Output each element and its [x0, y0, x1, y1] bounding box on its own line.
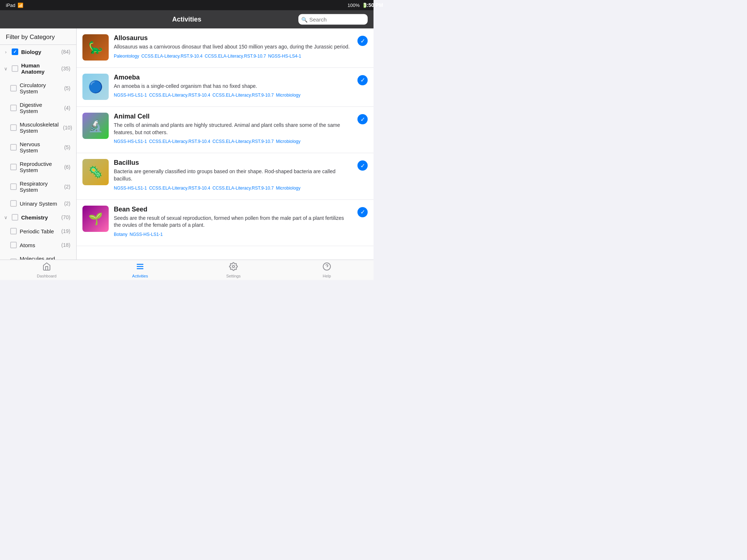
tab-settings[interactable]: Settings [187, 262, 280, 278]
chemistry-count: (70) [61, 214, 70, 220]
human-anatomy-count: (35) [61, 66, 70, 71]
bacillus-thumbnail [82, 159, 109, 185]
bacillus-check[interactable]: ✓ [357, 160, 368, 171]
bacillus-title[interactable]: Bacillus [114, 159, 352, 167]
animal-cell-tag-ngss[interactable]: NGSS-HS-LS1-1 [114, 139, 147, 144]
sidebar-item-circulatory[interactable]: Circulatory System (5) [0, 78, 76, 98]
atoms-count: (18) [61, 242, 70, 248]
bacillus-tag-micro[interactable]: Microbiology [276, 186, 300, 191]
animal-cell-tag-micro[interactable]: Microbiology [276, 139, 300, 144]
allosaurus-tag-paleontology[interactable]: Paleontology [114, 54, 139, 59]
molecules-label: Molecules and Compounds [20, 256, 57, 260]
reproductive-checkbox[interactable] [10, 164, 17, 170]
sidebar-item-molecules[interactable]: Molecules and Compounds (12) [0, 252, 76, 260]
respiratory-count: (2) [64, 184, 70, 190]
allosaurus-check[interactable]: ✓ [357, 36, 368, 46]
musculoskeletal-checkbox[interactable] [10, 124, 17, 131]
sidebar-item-reproductive[interactable]: Reproductive System (6) [0, 157, 76, 177]
chevron-right-icon: › [3, 49, 9, 55]
tab-dashboard[interactable]: Dashboard [0, 262, 93, 278]
sidebar-item-musculoskeletal[interactable]: Musculoskeletal System (10) [0, 118, 76, 137]
animal-cell-tag-rst94[interactable]: CCSS.ELA-Literacy.RST.9-10.4 [149, 139, 210, 144]
amoeba-title[interactable]: Amoeba [114, 74, 352, 81]
help-icon [322, 262, 331, 273]
allosaurus-tag-rst94[interactable]: CCSS.ELA-Literacy.RST.9-10.4 [141, 54, 202, 59]
allosaurus-title[interactable]: Allosaurus [114, 34, 352, 42]
animal-cell-title[interactable]: Animal Cell [114, 113, 352, 120]
sidebar-item-urinary[interactable]: Urinary System (2) [0, 197, 76, 210]
amoeba-check[interactable]: ✓ [357, 75, 368, 85]
bacillus-tag-rst97[interactable]: CCSS.ELA-Literacy.RST.9-10.7 [213, 186, 274, 191]
wifi-icon: 📶 [18, 3, 23, 8]
settings-icon [229, 262, 238, 273]
musculoskeletal-label: Musculoskeletal System [20, 121, 59, 134]
chemistry-chevron-down-icon: ∨ [3, 215, 9, 220]
atoms-checkbox[interactable] [10, 242, 17, 248]
filter-header: Filter by Category [0, 28, 76, 45]
allosaurus-tag-ngss[interactable]: NGSS-HS-LS4-1 [268, 54, 301, 59]
human-anatomy-checkbox[interactable] [12, 65, 18, 72]
respiratory-label: Respiratory System [20, 180, 60, 193]
nervous-checkbox[interactable] [10, 144, 17, 151]
bacillus-tag-rst94[interactable]: CCSS.ELA-Literacy.RST.9-10.4 [149, 186, 210, 191]
nav-bar: Activities 🔍 [0, 10, 374, 28]
search-container[interactable]: 🔍 [298, 14, 368, 25]
bacillus-tag-ngss[interactable]: NGSS-HS-LS1-1 [114, 186, 147, 191]
periodic-table-count: (19) [61, 228, 70, 234]
activity-item-bean-seed: Bean Seed Seeds are the result of sexual… [77, 200, 374, 246]
activity-item-amoeba: Amoeba An amoeba is a single-celled orga… [77, 68, 374, 107]
amoeba-tag-ngss[interactable]: NGSS-HS-LS1-1 [114, 93, 147, 98]
animal-cell-tags: NGSS-HS-LS1-1 CCSS.ELA-Literacy.RST.9-10… [114, 139, 352, 148]
sidebar-item-biology[interactable]: › Biology (84) [0, 45, 76, 59]
sidebar-item-human-anatomy[interactable]: ∨ Human Anatomy (35) [0, 59, 76, 78]
amoeba-thumbnail [82, 74, 109, 100]
biology-checkbox[interactable] [12, 48, 18, 55]
molecules-count: (12) [61, 259, 70, 260]
bacillus-description: Bacteria are generally classified into g… [114, 168, 352, 182]
animal-cell-tag-rst97[interactable]: CCSS.ELA-Literacy.RST.9-10.7 [213, 139, 274, 144]
urinary-checkbox[interactable] [10, 200, 17, 207]
nav-title: Activities [172, 16, 201, 23]
sidebar-item-periodic-table[interactable]: Periodic Table (19) [0, 224, 76, 238]
bean-seed-description: Seeds are the result of sexual reproduct… [114, 215, 352, 229]
svg-point-3 [232, 265, 235, 268]
allosaurus-body: Allosaurus Allosaurus was a carnivorous … [114, 34, 352, 67]
sidebar-item-nervous[interactable]: Nervous System (5) [0, 137, 76, 157]
bean-seed-check[interactable]: ✓ [357, 207, 368, 217]
search-input[interactable] [298, 14, 368, 25]
sidebar-item-chemistry[interactable]: ∨ Chemistry (70) [0, 210, 76, 224]
animal-cell-description: The cells of animals and plants are high… [114, 122, 352, 136]
allosaurus-tag-rst97[interactable]: CCSS.ELA-Literacy.RST.9-10.7 [205, 54, 266, 59]
allosaurus-thumbnail [82, 34, 109, 61]
biology-count: (84) [61, 49, 70, 55]
bean-seed-tag-botany[interactable]: Botany [114, 232, 127, 237]
amoeba-tag-rst97[interactable]: CCSS.ELA-Literacy.RST.9-10.7 [213, 93, 274, 98]
sidebar-item-digestive[interactable]: Digestive System (4) [0, 98, 76, 118]
respiratory-checkbox[interactable] [10, 183, 17, 190]
status-bar-time: 3:50 PM [364, 2, 374, 8]
musculoskeletal-count: (10) [63, 125, 72, 131]
chemistry-checkbox[interactable] [12, 214, 18, 221]
tab-bar: Dashboard Activities Settings [0, 260, 374, 280]
bean-seed-thumbnail [82, 206, 109, 232]
dashboard-icon [42, 262, 51, 273]
periodic-table-checkbox[interactable] [10, 228, 17, 234]
sidebar-item-respiratory[interactable]: Respiratory System (2) [0, 177, 76, 197]
amoeba-tag-rst94[interactable]: CCSS.ELA-Literacy.RST.9-10.4 [149, 93, 210, 98]
status-bar: iPad 📶 3:50 PM 100% 🔋 [0, 0, 374, 10]
amoeba-body: Amoeba An amoeba is a single-celled orga… [114, 74, 352, 107]
digestive-label: Digestive System [20, 102, 60, 114]
status-bar-left: iPad 📶 [6, 3, 23, 8]
allosaurus-tags: Paleontology CCSS.ELA-Literacy.RST.9-10.… [114, 54, 352, 63]
bean-seed-tag-ngss[interactable]: NGSS-HS-LS1-1 [129, 232, 163, 237]
amoeba-tag-micro[interactable]: Microbiology [276, 93, 300, 98]
digestive-checkbox[interactable] [10, 105, 17, 111]
bean-seed-title[interactable]: Bean Seed [114, 206, 352, 213]
animal-cell-check[interactable]: ✓ [357, 114, 368, 124]
tab-help[interactable]: Help [280, 262, 374, 278]
circulatory-checkbox[interactable] [10, 85, 17, 92]
sidebar-item-atoms[interactable]: Atoms (18) [0, 238, 76, 252]
bacillus-tags: NGSS-HS-LS1-1 CCSS.ELA-Literacy.RST.9-10… [114, 186, 352, 195]
tab-activities[interactable]: Activities [93, 262, 187, 278]
molecules-checkbox[interactable] [10, 258, 17, 260]
